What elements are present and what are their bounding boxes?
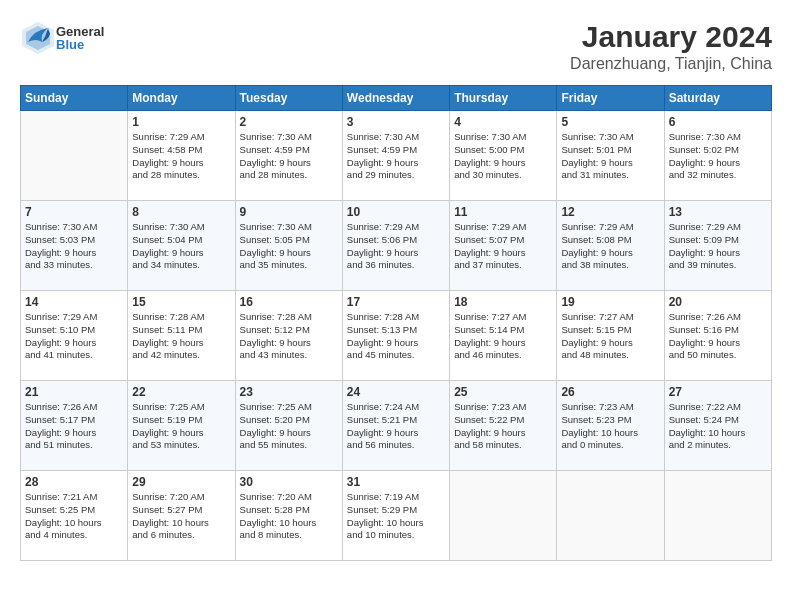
month-title: January 2024 xyxy=(570,20,772,53)
location-title: Darenzhuang, Tianjin, China xyxy=(570,55,772,73)
calendar-cell: 30Sunrise: 7:20 AM Sunset: 5:28 PM Dayli… xyxy=(235,471,342,561)
day-info: Sunrise: 7:29 AM Sunset: 5:06 PM Dayligh… xyxy=(347,221,445,272)
day-number: 10 xyxy=(347,205,445,219)
calendar-cell: 10Sunrise: 7:29 AM Sunset: 5:06 PM Dayli… xyxy=(342,201,449,291)
calendar-cell: 2Sunrise: 7:30 AM Sunset: 4:59 PM Daylig… xyxy=(235,111,342,201)
calendar-cell: 6Sunrise: 7:30 AM Sunset: 5:02 PM Daylig… xyxy=(664,111,771,201)
day-info: Sunrise: 7:23 AM Sunset: 5:23 PM Dayligh… xyxy=(561,401,659,452)
calendar-table: Sunday Monday Tuesday Wednesday Thursday… xyxy=(20,85,772,561)
day-number: 25 xyxy=(454,385,552,399)
calendar-cell: 29Sunrise: 7:20 AM Sunset: 5:27 PM Dayli… xyxy=(128,471,235,561)
day-info: Sunrise: 7:30 AM Sunset: 5:00 PM Dayligh… xyxy=(454,131,552,182)
day-number: 2 xyxy=(240,115,338,129)
calendar-cell: 15Sunrise: 7:28 AM Sunset: 5:11 PM Dayli… xyxy=(128,291,235,381)
calendar-cell: 3Sunrise: 7:30 AM Sunset: 4:59 PM Daylig… xyxy=(342,111,449,201)
day-info: Sunrise: 7:21 AM Sunset: 5:25 PM Dayligh… xyxy=(25,491,123,542)
calendar-cell xyxy=(557,471,664,561)
day-number: 14 xyxy=(25,295,123,309)
day-number: 7 xyxy=(25,205,123,219)
header-tuesday: Tuesday xyxy=(235,86,342,111)
day-number: 28 xyxy=(25,475,123,489)
logo-icon xyxy=(20,20,56,56)
day-info: Sunrise: 7:30 AM Sunset: 4:59 PM Dayligh… xyxy=(347,131,445,182)
day-info: Sunrise: 7:29 AM Sunset: 5:10 PM Dayligh… xyxy=(25,311,123,362)
day-number: 3 xyxy=(347,115,445,129)
day-number: 19 xyxy=(561,295,659,309)
calendar-cell: 11Sunrise: 7:29 AM Sunset: 5:07 PM Dayli… xyxy=(450,201,557,291)
day-number: 22 xyxy=(132,385,230,399)
day-number: 21 xyxy=(25,385,123,399)
calendar-cell xyxy=(664,471,771,561)
day-info: Sunrise: 7:25 AM Sunset: 5:19 PM Dayligh… xyxy=(132,401,230,452)
logo: General Blue xyxy=(20,20,104,56)
calendar-cell: 7Sunrise: 7:30 AM Sunset: 5:03 PM Daylig… xyxy=(21,201,128,291)
calendar-week-row: 7Sunrise: 7:30 AM Sunset: 5:03 PM Daylig… xyxy=(21,201,772,291)
page: General Blue January 2024 Darenzhuang, T… xyxy=(0,0,792,612)
calendar-cell xyxy=(21,111,128,201)
calendar-week-row: 14Sunrise: 7:29 AM Sunset: 5:10 PM Dayli… xyxy=(21,291,772,381)
calendar-cell: 26Sunrise: 7:23 AM Sunset: 5:23 PM Dayli… xyxy=(557,381,664,471)
calendar-week-row: 28Sunrise: 7:21 AM Sunset: 5:25 PM Dayli… xyxy=(21,471,772,561)
day-info: Sunrise: 7:26 AM Sunset: 5:16 PM Dayligh… xyxy=(669,311,767,362)
day-number: 9 xyxy=(240,205,338,219)
logo-blue-text: Blue xyxy=(56,38,104,51)
calendar-cell xyxy=(450,471,557,561)
header: General Blue January 2024 Darenzhuang, T… xyxy=(20,20,772,73)
day-info: Sunrise: 7:28 AM Sunset: 5:12 PM Dayligh… xyxy=(240,311,338,362)
calendar-cell: 13Sunrise: 7:29 AM Sunset: 5:09 PM Dayli… xyxy=(664,201,771,291)
calendar-cell: 17Sunrise: 7:28 AM Sunset: 5:13 PM Dayli… xyxy=(342,291,449,381)
logo-text-block: General Blue xyxy=(56,25,104,51)
calendar-cell: 8Sunrise: 7:30 AM Sunset: 5:04 PM Daylig… xyxy=(128,201,235,291)
calendar-cell: 19Sunrise: 7:27 AM Sunset: 5:15 PM Dayli… xyxy=(557,291,664,381)
calendar-cell: 5Sunrise: 7:30 AM Sunset: 5:01 PM Daylig… xyxy=(557,111,664,201)
day-info: Sunrise: 7:23 AM Sunset: 5:22 PM Dayligh… xyxy=(454,401,552,452)
day-info: Sunrise: 7:30 AM Sunset: 5:03 PM Dayligh… xyxy=(25,221,123,272)
day-info: Sunrise: 7:28 AM Sunset: 5:13 PM Dayligh… xyxy=(347,311,445,362)
day-info: Sunrise: 7:30 AM Sunset: 4:59 PM Dayligh… xyxy=(240,131,338,182)
day-number: 26 xyxy=(561,385,659,399)
calendar-cell: 31Sunrise: 7:19 AM Sunset: 5:29 PM Dayli… xyxy=(342,471,449,561)
day-info: Sunrise: 7:29 AM Sunset: 5:09 PM Dayligh… xyxy=(669,221,767,272)
calendar-cell: 1Sunrise: 7:29 AM Sunset: 4:58 PM Daylig… xyxy=(128,111,235,201)
day-number: 4 xyxy=(454,115,552,129)
day-number: 18 xyxy=(454,295,552,309)
weekday-header-row: Sunday Monday Tuesday Wednesday Thursday… xyxy=(21,86,772,111)
day-number: 15 xyxy=(132,295,230,309)
day-number: 30 xyxy=(240,475,338,489)
day-number: 27 xyxy=(669,385,767,399)
day-info: Sunrise: 7:20 AM Sunset: 5:28 PM Dayligh… xyxy=(240,491,338,542)
day-number: 5 xyxy=(561,115,659,129)
day-number: 29 xyxy=(132,475,230,489)
calendar-cell: 18Sunrise: 7:27 AM Sunset: 5:14 PM Dayli… xyxy=(450,291,557,381)
title-block: January 2024 Darenzhuang, Tianjin, China xyxy=(570,20,772,73)
calendar-cell: 14Sunrise: 7:29 AM Sunset: 5:10 PM Dayli… xyxy=(21,291,128,381)
day-number: 16 xyxy=(240,295,338,309)
day-info: Sunrise: 7:24 AM Sunset: 5:21 PM Dayligh… xyxy=(347,401,445,452)
calendar-week-row: 21Sunrise: 7:26 AM Sunset: 5:17 PM Dayli… xyxy=(21,381,772,471)
header-sunday: Sunday xyxy=(21,86,128,111)
day-info: Sunrise: 7:30 AM Sunset: 5:05 PM Dayligh… xyxy=(240,221,338,272)
header-saturday: Saturday xyxy=(664,86,771,111)
day-number: 1 xyxy=(132,115,230,129)
day-number: 13 xyxy=(669,205,767,219)
day-number: 24 xyxy=(347,385,445,399)
calendar-cell: 20Sunrise: 7:26 AM Sunset: 5:16 PM Dayli… xyxy=(664,291,771,381)
calendar-cell: 9Sunrise: 7:30 AM Sunset: 5:05 PM Daylig… xyxy=(235,201,342,291)
day-info: Sunrise: 7:30 AM Sunset: 5:04 PM Dayligh… xyxy=(132,221,230,272)
day-number: 23 xyxy=(240,385,338,399)
day-info: Sunrise: 7:30 AM Sunset: 5:02 PM Dayligh… xyxy=(669,131,767,182)
calendar-cell: 28Sunrise: 7:21 AM Sunset: 5:25 PM Dayli… xyxy=(21,471,128,561)
calendar-week-row: 1Sunrise: 7:29 AM Sunset: 4:58 PM Daylig… xyxy=(21,111,772,201)
day-info: Sunrise: 7:27 AM Sunset: 5:14 PM Dayligh… xyxy=(454,311,552,362)
day-info: Sunrise: 7:19 AM Sunset: 5:29 PM Dayligh… xyxy=(347,491,445,542)
header-monday: Monday xyxy=(128,86,235,111)
day-info: Sunrise: 7:30 AM Sunset: 5:01 PM Dayligh… xyxy=(561,131,659,182)
day-info: Sunrise: 7:25 AM Sunset: 5:20 PM Dayligh… xyxy=(240,401,338,452)
calendar-cell: 16Sunrise: 7:28 AM Sunset: 5:12 PM Dayli… xyxy=(235,291,342,381)
day-number: 17 xyxy=(347,295,445,309)
day-number: 11 xyxy=(454,205,552,219)
header-thursday: Thursday xyxy=(450,86,557,111)
day-info: Sunrise: 7:28 AM Sunset: 5:11 PM Dayligh… xyxy=(132,311,230,362)
day-number: 20 xyxy=(669,295,767,309)
calendar-cell: 24Sunrise: 7:24 AM Sunset: 5:21 PM Dayli… xyxy=(342,381,449,471)
